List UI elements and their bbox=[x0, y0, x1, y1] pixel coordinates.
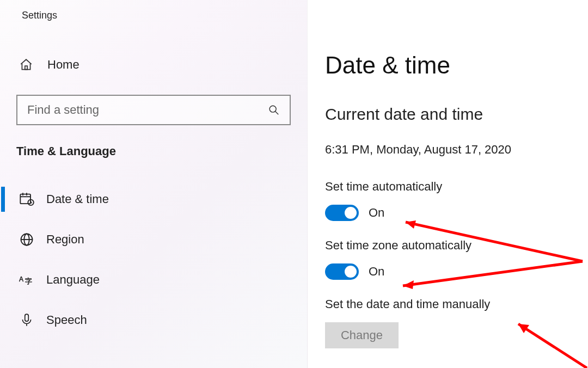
auto-time-toggle[interactable] bbox=[325, 205, 359, 221]
globe-icon bbox=[19, 232, 34, 247]
sidebar-item-label: Region bbox=[46, 232, 84, 247]
toggle-knob bbox=[345, 266, 357, 278]
sidebar-item-date-time[interactable]: Date & time bbox=[0, 179, 307, 219]
settings-sidebar: Settings Home Time & Language Date & tim… bbox=[0, 0, 308, 368]
sidebar-item-label: Date & time bbox=[46, 192, 109, 206]
toggle-knob bbox=[345, 207, 357, 219]
svg-rect-3 bbox=[20, 194, 30, 204]
auto-timezone-state: On bbox=[369, 265, 384, 279]
search-box[interactable] bbox=[16, 95, 291, 125]
search-box-wrap bbox=[16, 95, 291, 125]
svg-line-2 bbox=[275, 112, 279, 115]
home-icon bbox=[19, 58, 33, 72]
sidebar-item-language[interactable]: A字 Language bbox=[0, 260, 307, 300]
sidebar-item-label: Language bbox=[46, 273, 100, 287]
svg-rect-13 bbox=[25, 314, 29, 321]
page-title: Date & time bbox=[325, 52, 588, 79]
sidebar-item-region[interactable]: Region bbox=[0, 219, 307, 260]
search-icon bbox=[268, 104, 280, 116]
category-heading: Time & Language bbox=[0, 144, 307, 158]
section-current-datetime: Current date and time bbox=[325, 105, 588, 124]
microphone-icon bbox=[19, 312, 34, 328]
sidebar-item-label: Speech bbox=[46, 313, 87, 327]
svg-text:A: A bbox=[19, 275, 23, 283]
manual-datetime-label: Set the date and time manually bbox=[325, 297, 588, 311]
auto-time-label: Set time automatically bbox=[325, 180, 588, 194]
search-input[interactable] bbox=[27, 103, 268, 117]
auto-timezone-toggle[interactable] bbox=[325, 263, 359, 280]
svg-text:字: 字 bbox=[25, 277, 32, 285]
main-panel: Date & time Current date and time 6:31 P… bbox=[308, 0, 588, 368]
home-nav[interactable]: Home bbox=[0, 53, 307, 77]
window-title: Settings bbox=[0, 10, 307, 21]
home-label: Home bbox=[47, 58, 79, 72]
language-icon: A字 bbox=[19, 272, 34, 287]
svg-rect-0 bbox=[25, 66, 27, 70]
calendar-clock-icon bbox=[19, 192, 34, 207]
current-datetime-value: 6:31 PM, Monday, August 17, 2020 bbox=[325, 143, 588, 157]
sidebar-item-speech[interactable]: Speech bbox=[0, 300, 307, 340]
change-button: Change bbox=[325, 322, 399, 348]
svg-point-1 bbox=[270, 106, 276, 112]
auto-time-state: On bbox=[369, 206, 384, 220]
auto-timezone-label: Set time zone automatically bbox=[325, 238, 588, 253]
